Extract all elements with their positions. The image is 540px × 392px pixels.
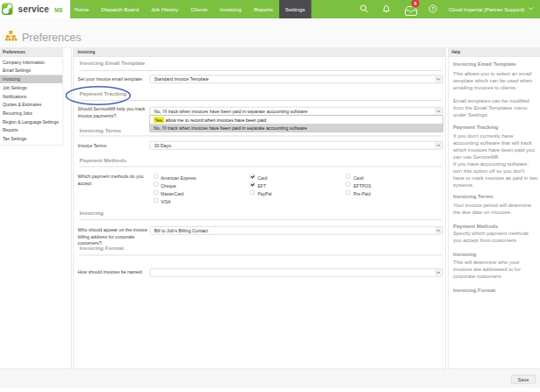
svg-text:6: 6 [414, 1, 416, 6]
svg-text:M8: M8 [54, 7, 62, 13]
svg-text:?: ? [431, 6, 435, 11]
svg-text:service: service [18, 4, 50, 14]
